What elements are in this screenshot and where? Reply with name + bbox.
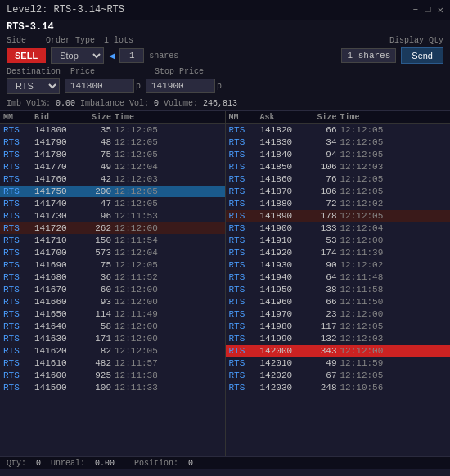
- bid-row[interactable]: RTS 141670 60 12:12:00: [0, 284, 225, 296]
- bid-price: 141690: [34, 260, 82, 270]
- ask-row[interactable]: RTS 141930 90 12:12:02: [226, 259, 451, 272]
- minimize-button[interactable]: –: [412, 4, 418, 16]
- ask-row[interactable]: RTS 142030 248 12:10:56: [226, 382, 451, 394]
- bid-price: 141650: [34, 309, 82, 319]
- bottom-bar: Qty: 0 Unreal: 0.00 Position: 0: [0, 456, 450, 469]
- ask-price: 141830: [260, 137, 308, 147]
- bid-row[interactable]: RTS 141690 75 12:12:05: [0, 259, 225, 272]
- ask-row[interactable]: RTS 141890 178 12:12:05: [226, 210, 451, 222]
- ask-row[interactable]: RTS 141920 174 12:11:39: [226, 247, 451, 259]
- bid-row[interactable]: RTS 141740 47 12:12:05: [0, 198, 225, 210]
- bid-row[interactable]: RTS 141780 75 12:12:05: [0, 149, 225, 161]
- bid-price: 141800: [34, 125, 82, 135]
- ask-size: 38: [308, 285, 340, 294]
- bid-row[interactable]: RTS 141590 109 12:11:33: [0, 382, 225, 394]
- ask-row[interactable]: RTS 141870 106 12:12:05: [226, 186, 451, 198]
- ask-price: 141940: [260, 272, 308, 282]
- bid-time: 12:12:05: [115, 186, 170, 196]
- ask-row[interactable]: RTS 141990 132 12:12:03: [226, 333, 451, 345]
- bid-size: 573: [82, 248, 115, 258]
- maximize-button[interactable]: □: [425, 4, 431, 16]
- bid-row[interactable]: RTS 141630 171 12:12:00: [0, 333, 225, 345]
- ask-row[interactable]: RTS 141860 76 12:12:05: [226, 173, 451, 186]
- ask-row[interactable]: RTS 141820 66 12:12:05: [226, 124, 451, 137]
- ask-row[interactable]: RTS 142020 67 12:12:05: [226, 370, 451, 382]
- ask-row[interactable]: RTS 142000 343 12:12:00: [226, 345, 451, 357]
- bid-row[interactable]: RTS 141770 49 12:12:04: [0, 161, 225, 173]
- bid-row[interactable]: RTS 141720 262 12:12:00: [0, 222, 225, 235]
- bid-row[interactable]: RTS 141760 42 12:12:03: [0, 173, 225, 186]
- close-button[interactable]: ✕: [438, 4, 443, 16]
- unreal-value: 0.00: [95, 459, 115, 468]
- ask-row[interactable]: RTS 141830 34 12:12:05: [226, 137, 451, 149]
- bid-size: 262: [82, 223, 115, 233]
- ask-row[interactable]: RTS 141970 23 12:12:00: [226, 308, 451, 321]
- send-button[interactable]: Send: [401, 47, 443, 64]
- bid-time: 12:12:00: [115, 285, 170, 294]
- destination-select[interactable]: RTS: [7, 78, 60, 94]
- bid-row[interactable]: RTS 141610 482 12:11:57: [0, 357, 225, 370]
- arrow-left-icon: ◀: [109, 50, 115, 62]
- ask-price: 141890: [260, 211, 308, 221]
- ask-mm: RTS: [229, 383, 260, 393]
- ask-size: 64: [308, 272, 340, 282]
- bid-mm: RTS: [3, 174, 34, 184]
- bid-row[interactable]: RTS 141640 58 12:12:00: [0, 321, 225, 333]
- bid-row[interactable]: RTS 141790 48 12:12:05: [0, 137, 225, 149]
- stop-price-input[interactable]: 141900: [146, 79, 215, 93]
- bid-price: 141670: [34, 285, 82, 294]
- ask-time: 12:12:05: [340, 137, 396, 147]
- bid-mm: RTS: [3, 346, 34, 356]
- ask-row[interactable]: RTS 142010 49 12:11:59: [226, 357, 451, 370]
- ask-row[interactable]: RTS 141950 38 12:11:58: [226, 284, 451, 296]
- bid-row[interactable]: RTS 141660 93 12:12:00: [0, 296, 225, 308]
- ask-row[interactable]: RTS 141940 64 12:11:48: [226, 272, 451, 284]
- bid-price: 141600: [34, 370, 82, 380]
- ticker-label: RTS-3.14: [7, 21, 54, 33]
- bid-row[interactable]: RTS 141620 82 12:12:05: [0, 345, 225, 357]
- ask-size: 106: [308, 162, 340, 172]
- bid-row[interactable]: RTS 141650 114 12:11:49: [0, 308, 225, 321]
- bid-mm: RTS: [3, 260, 34, 270]
- sell-button[interactable]: SELL: [7, 48, 46, 63]
- ask-row[interactable]: RTS 141840 94 12:12:05: [226, 149, 451, 161]
- ask-mm: RTS: [229, 272, 260, 282]
- bid-time: 12:12:00: [115, 223, 170, 233]
- bid-row[interactable]: RTS 141710 150 12:11:54: [0, 235, 225, 247]
- ask-mm: RTS: [229, 321, 260, 331]
- ask-mm: RTS: [229, 236, 260, 245]
- stop-price-label: Stop Price: [155, 67, 229, 76]
- window-title: Level2: RTS-3.14~RTS: [7, 4, 124, 16]
- ask-mm: RTS: [229, 309, 260, 319]
- ask-size: 174: [308, 248, 340, 258]
- bid-row[interactable]: RTS 141680 36 12:11:52: [0, 272, 225, 284]
- bid-time: 12:12:00: [115, 334, 170, 344]
- ask-row[interactable]: RTS 141980 117 12:12:05: [226, 321, 451, 333]
- bid-mm: RTS: [3, 236, 34, 245]
- ask-size: 34: [308, 137, 340, 147]
- bid-size: 47: [82, 199, 115, 209]
- bid-time-header: Time: [115, 113, 170, 122]
- ask-time: 12:12:02: [340, 260, 396, 270]
- ask-time: 12:11:39: [340, 248, 396, 258]
- ask-row[interactable]: RTS 141900 133 12:12:04: [226, 222, 451, 235]
- bid-row[interactable]: RTS 141730 96 12:11:53: [0, 210, 225, 222]
- ask-time: 12:10:56: [340, 383, 396, 393]
- bid-row[interactable]: RTS 141600 925 12:11:38: [0, 370, 225, 382]
- bid-row[interactable]: RTS 141750 200 12:12:05: [0, 186, 225, 198]
- price-input[interactable]: 141800: [65, 79, 134, 93]
- ask-row[interactable]: RTS 141960 66 12:11:50: [226, 296, 451, 308]
- order-type-label: Order Type: [46, 36, 99, 45]
- ask-row[interactable]: RTS 141880 72 12:12:02: [226, 198, 451, 210]
- order-type-select[interactable]: Stop: [51, 47, 104, 64]
- ask-size: 66: [308, 297, 340, 307]
- bid-price: 141780: [34, 150, 82, 159]
- bid-size: 58: [82, 321, 115, 331]
- ask-row[interactable]: RTS 141850 106 12:12:03: [226, 161, 451, 173]
- bid-row[interactable]: RTS 141700 573 12:12:04: [0, 247, 225, 259]
- bid-size: 114: [82, 309, 115, 319]
- ask-row[interactable]: RTS 141910 53 12:12:00: [226, 235, 451, 247]
- ask-price: 142030: [260, 383, 308, 393]
- bid-mm: RTS: [3, 211, 34, 221]
- bid-row[interactable]: RTS 141800 35 12:12:05: [0, 124, 225, 137]
